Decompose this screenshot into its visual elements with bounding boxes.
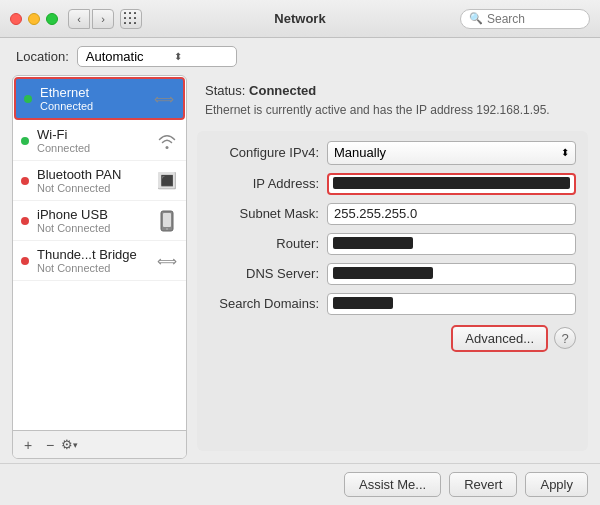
window-title: Network	[274, 11, 325, 26]
search-domains-label: Search Domains:	[209, 296, 319, 311]
configure-label: Configure IPv4:	[209, 145, 319, 160]
add-network-button[interactable]: +	[17, 435, 39, 455]
traffic-lights	[10, 13, 58, 25]
subnet-label: Subnet Mask:	[209, 206, 319, 221]
search-bar[interactable]: 🔍	[460, 9, 590, 29]
sidebar-toolbar: + − ⚙ ▾	[13, 430, 186, 458]
item-name-thunder: Thunde...t Bridge	[37, 247, 148, 262]
form-section: Configure IPv4: Manually ⬍ IP Address:	[197, 131, 588, 451]
item-status-iphone: Not Connected	[37, 222, 148, 234]
ip-label: IP Address:	[209, 176, 319, 191]
status-dot-ethernet	[24, 95, 32, 103]
router-label: Router:	[209, 236, 319, 251]
content-area: Ethernet Connected ⟺ Wi-Fi Connected	[0, 75, 600, 459]
gear-icon: ⚙	[61, 437, 73, 452]
sidebar-item-wifi[interactable]: Wi-Fi Connected	[13, 121, 186, 161]
iphone-icon	[156, 210, 178, 232]
status-section: Status: Connected Ethernet is currently …	[197, 83, 588, 119]
sidebar-list: Ethernet Connected ⟺ Wi-Fi Connected	[13, 76, 186, 430]
wifi-icon	[156, 130, 178, 152]
status-dot-wifi	[21, 137, 29, 145]
revert-button[interactable]: Revert	[449, 472, 517, 497]
configure-select[interactable]: Manually ⬍	[327, 141, 576, 165]
advanced-button[interactable]: Advanced...	[451, 325, 548, 352]
item-status-wifi: Connected	[37, 142, 148, 154]
main-content: Location: Automatic ⬍ Ethernet Connected…	[0, 38, 600, 505]
location-bar: Location: Automatic ⬍	[0, 38, 600, 75]
remove-network-button[interactable]: −	[39, 435, 61, 455]
status-label: Status:	[205, 83, 245, 98]
location-arrow-icon: ⬍	[174, 51, 182, 62]
domains-redacted	[333, 297, 393, 309]
router-row: Router:	[209, 233, 576, 255]
nav-buttons: ‹ ›	[68, 9, 114, 29]
status-description: Ethernet is currently active and has the…	[205, 102, 580, 119]
ip-redacted	[333, 177, 570, 189]
search-domains-row: Search Domains:	[209, 293, 576, 315]
minimize-button[interactable]	[28, 13, 40, 25]
grid-button[interactable]	[120, 9, 142, 29]
item-name-wifi: Wi-Fi	[37, 127, 148, 142]
thunder-icon: ⟺	[156, 250, 178, 272]
item-name-bluetooth: Bluetooth PAN	[37, 167, 148, 182]
sidebar: Ethernet Connected ⟺ Wi-Fi Connected	[12, 75, 187, 459]
location-label: Location:	[16, 49, 69, 64]
sidebar-item-iphone[interactable]: iPhone USB Not Connected	[13, 201, 186, 241]
gear-chevron-icon: ▾	[73, 440, 78, 450]
configure-row: Configure IPv4: Manually ⬍	[209, 141, 576, 165]
apply-button[interactable]: Apply	[525, 472, 588, 497]
back-button[interactable]: ‹	[68, 9, 90, 29]
sidebar-item-ethernet[interactable]: Ethernet Connected ⟺	[14, 77, 185, 120]
location-value: Automatic	[86, 49, 144, 64]
item-status-thunder: Not Connected	[37, 262, 148, 274]
subnet-row: Subnet Mask:	[209, 203, 576, 225]
item-status-ethernet: Connected	[40, 100, 145, 112]
subnet-input[interactable]	[327, 203, 576, 225]
search-icon: 🔍	[469, 12, 483, 25]
svg-point-2	[166, 228, 168, 230]
sidebar-item-thunder[interactable]: Thunde...t Bridge Not Connected ⟺	[13, 241, 186, 281]
maximize-button[interactable]	[46, 13, 58, 25]
sidebar-item-bluetooth[interactable]: Bluetooth PAN Not Connected 🔳	[13, 161, 186, 201]
bottom-bar: Assist Me... Revert Apply	[0, 463, 600, 505]
configure-value: Manually	[334, 145, 386, 160]
titlebar: ‹ › Network 🔍	[0, 0, 600, 38]
assist-button[interactable]: Assist Me...	[344, 472, 441, 497]
ethernet-icon: ⟺	[153, 88, 175, 110]
status-line: Status: Connected	[205, 83, 580, 98]
close-button[interactable]	[10, 13, 22, 25]
status-dot-bluetooth	[21, 177, 29, 185]
ip-row: IP Address:	[209, 173, 576, 195]
svg-rect-1	[163, 213, 171, 227]
location-select[interactable]: Automatic ⬍	[77, 46, 237, 67]
dns-row: DNS Server:	[209, 263, 576, 285]
dns-redacted	[333, 267, 433, 279]
configure-arrow-icon: ⬍	[561, 147, 569, 158]
bluetooth-icon: 🔳	[156, 170, 178, 192]
advanced-row: Advanced... ?	[209, 325, 576, 352]
router-redacted	[333, 237, 413, 249]
item-name-ethernet: Ethernet	[40, 85, 145, 100]
status-dot-thunder	[21, 257, 29, 265]
item-name-iphone: iPhone USB	[37, 207, 148, 222]
item-status-bluetooth: Not Connected	[37, 182, 148, 194]
status-value: Connected	[249, 83, 316, 98]
search-input[interactable]	[487, 12, 581, 26]
forward-button[interactable]: ›	[92, 9, 114, 29]
status-dot-iphone	[21, 217, 29, 225]
gear-menu-button[interactable]: ⚙ ▾	[61, 437, 78, 452]
help-button[interactable]: ?	[554, 327, 576, 349]
right-panel: Status: Connected Ethernet is currently …	[197, 75, 588, 459]
dns-label: DNS Server:	[209, 266, 319, 281]
